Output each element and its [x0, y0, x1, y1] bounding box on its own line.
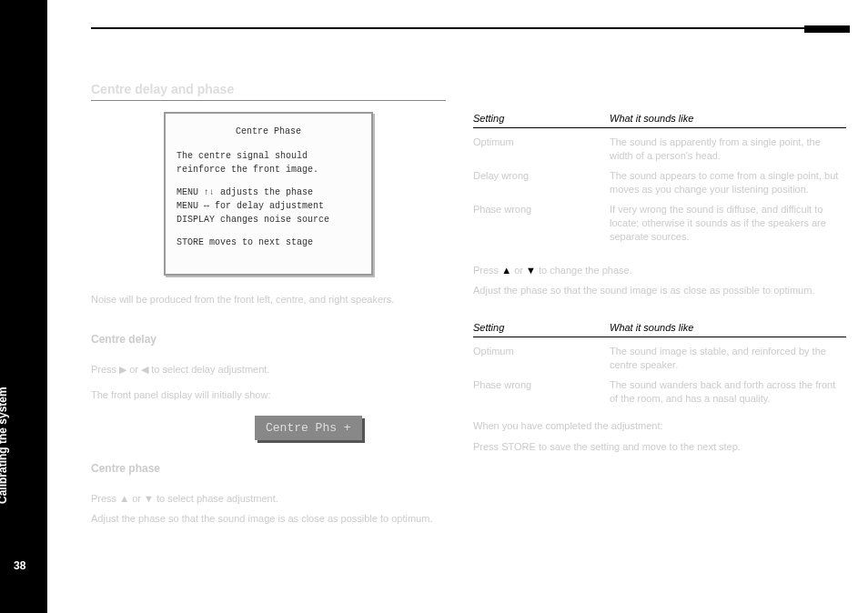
right-arrow-icon: ▶ — [119, 362, 126, 377]
centre-phase-body-2: Adjust the phase so that the sound image… — [91, 511, 446, 527]
table-row: Delay wrong The sound appears to come fr… — [473, 169, 846, 197]
text: Press — [91, 493, 119, 504]
centre-delay-title: Centre delay — [91, 333, 446, 346]
text: or — [514, 265, 526, 276]
sidebar-tab: Calibrating the system 38 — [0, 0, 47, 613]
text: Press — [473, 265, 501, 276]
table-row: Phase wrong If very wrong the sound is d… — [473, 203, 846, 245]
text: or — [132, 493, 144, 504]
text: to select delay adjustment. — [151, 364, 269, 375]
text: to select phase adjustment. — [156, 493, 278, 504]
cell: The sound appears to come from a single … — [610, 169, 846, 197]
top-rule — [91, 27, 846, 29]
th-what: What it sounds like — [610, 322, 846, 333]
centre-phase-body: Press ▲ or ▼ to select phase adjustment. — [91, 491, 446, 507]
corner-block — [804, 25, 850, 33]
th-what: What it sounds like — [610, 113, 846, 124]
down-arrow-icon: ▼ — [144, 491, 154, 507]
centre-phase-title: Centre phase — [91, 462, 446, 475]
sidebar-section-title: Calibrating the system — [0, 387, 9, 504]
osd-title: Centre Phase — [177, 125, 360, 138]
text: to change the phase. — [539, 265, 632, 276]
section-heading: Centre delay and phase — [91, 82, 446, 96]
display-intro: The front panel display will initially s… — [91, 387, 446, 403]
cell: Phase wrong — [473, 203, 610, 245]
sub-rule — [91, 100, 446, 101]
between-para-2: Adjust the phase so that the sound image… — [473, 283, 846, 298]
cell: The sound is apparently from a single po… — [610, 136, 846, 164]
text: Press — [91, 364, 119, 375]
page-number: 38 — [14, 559, 25, 572]
cell: Optimum — [473, 136, 610, 164]
centre-delay-body: Press ▶ or ◀ to select delay adjustment. — [91, 362, 446, 377]
osd-line: MENU ↔ for delay adjustment — [177, 199, 360, 213]
up-arrow-icon: ▲ — [119, 491, 129, 507]
osd-line: reinforce the front image. — [177, 163, 360, 176]
right-column: Setting What it sounds like Optimum The … — [473, 73, 846, 454]
th-setting: Setting — [473, 322, 610, 333]
osd-line: DISPLAY changes noise source — [177, 213, 360, 226]
onscreen-display-box: Centre Phase The centre signal should re… — [164, 112, 373, 276]
cell: If very wrong the sound is diffuse, and … — [610, 203, 846, 245]
cell: Optimum — [473, 345, 610, 373]
text: or — [129, 364, 141, 375]
store-p1: When you have completed the adjustment: — [473, 418, 846, 434]
para-noise: Noise will be produced from the front le… — [91, 292, 446, 307]
left-arrow-icon: ◀ — [141, 362, 148, 377]
th-setting: Setting — [473, 113, 610, 124]
table-row: Phase wrong The sound wanders back and f… — [473, 378, 846, 407]
cell: Phase wrong — [473, 378, 610, 407]
table-row: Optimum The sound image is stable, and r… — [473, 345, 846, 373]
osd-line: STORE moves to next stage — [177, 236, 360, 249]
cell: The sound image is stable, and reinforce… — [610, 345, 846, 373]
cell: The sound wanders back and forth across … — [610, 378, 846, 407]
cell: Delay wrong — [473, 169, 610, 197]
osd-line: The centre signal should — [177, 149, 360, 163]
left-column: Centre delay and phase Centre Phase The … — [91, 73, 446, 527]
between-para: Press ▲ or ▼ to change the phase. — [473, 263, 846, 278]
store-p2: Press STORE to save the setting and move… — [473, 439, 846, 455]
table-header: Setting What it sounds like — [473, 113, 846, 128]
down-arrow-icon: ▼ — [526, 263, 536, 278]
front-panel-display: Centre Phs + — [255, 416, 362, 440]
up-arrow-icon: ▲ — [501, 263, 511, 278]
table-row: Optimum The sound is apparently from a s… — [473, 136, 846, 164]
osd-line: MENU ↑↓ adjusts the phase — [177, 186, 360, 199]
table-header: Setting What it sounds like — [473, 322, 846, 337]
